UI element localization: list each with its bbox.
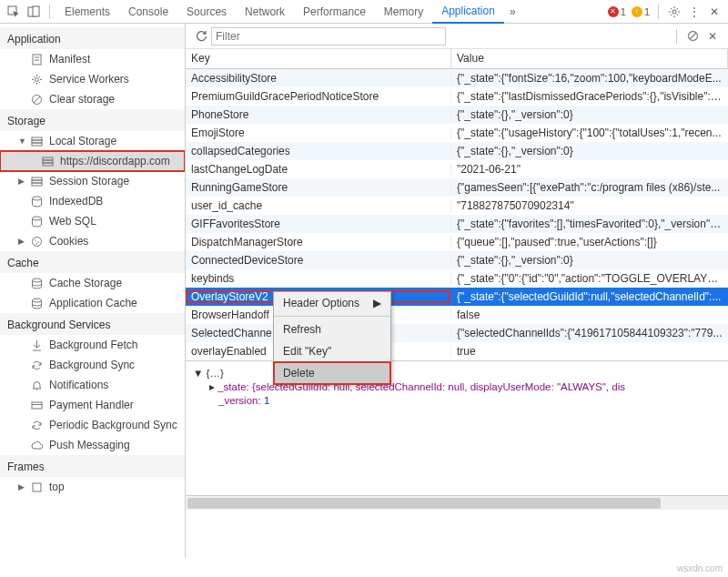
tab-sources[interactable]: Sources <box>177 0 236 24</box>
menu-item-delete[interactable]: Delete <box>274 362 390 384</box>
svg-rect-12 <box>32 143 42 146</box>
svg-point-24 <box>35 243 37 245</box>
tab-network[interactable]: Network <box>236 0 294 24</box>
tab-elements[interactable]: Elements <box>56 0 119 24</box>
sidebar-item-indexeddb[interactable]: IndexedDB <box>0 191 185 211</box>
sidebar-item-cookies[interactable]: ▶Cookies <box>0 231 185 251</box>
expander-icon[interactable]: ▼ <box>18 137 27 146</box>
tab-memory[interactable]: Memory <box>375 0 432 24</box>
cell-value: "2021-06-21" <box>451 163 728 176</box>
col-value[interactable]: Value <box>451 49 728 68</box>
table-row[interactable]: BrowserHandofffalse <box>186 306 728 324</box>
table-row[interactable]: SelectedChanne{"selectedChannelIds":{"41… <box>186 324 728 342</box>
cell-key: lastChangeLogDate <box>186 163 451 176</box>
col-key[interactable]: Key <box>186 49 451 68</box>
sidebar-item-periodic-background-sync[interactable]: Periodic Background Sync <box>0 415 185 435</box>
table-row[interactable]: user_id_cache"718827875070902314" <box>186 197 728 215</box>
menu-item-refresh[interactable]: Refresh <box>274 319 390 340</box>
error-count[interactable]: ✕1 <box>608 6 626 17</box>
table-row[interactable]: keybinds{"_state":{"0":{"id":"0","action… <box>186 269 728 288</box>
table-row[interactable]: overlayEnabledtrue <box>186 342 728 360</box>
sidebar-item-web-sql[interactable]: Web SQL <box>0 211 185 231</box>
detail-root[interactable]: {…} <box>207 368 224 379</box>
svg-point-20 <box>32 217 41 220</box>
table-row[interactable]: DispatchManagerStore{"queue":[],"paused"… <box>186 233 728 251</box>
cloud-icon <box>29 438 44 452</box>
h-scrollbar[interactable] <box>186 495 728 510</box>
db-icon <box>29 214 44 228</box>
table-row[interactable]: RunningGameStore{"gamesSeen":[{"exePath"… <box>186 178 728 197</box>
clear-icon[interactable]: ✕ <box>703 30 723 43</box>
sidebar-item-label: Background Sync <box>49 359 135 371</box>
close-icon[interactable]: ✕ <box>706 4 723 20</box>
sidebar-item-application-cache[interactable]: Application Cache <box>0 293 185 313</box>
menu-item-header-options[interactable]: Header Options▶ <box>274 292 390 314</box>
cell-value: "718827875070902314" <box>451 199 728 212</box>
filter-input[interactable] <box>211 27 446 46</box>
cell-key: keybinds <box>186 272 451 285</box>
cell-key: AccessibilityStore <box>186 72 451 85</box>
sidebar-item-label: Cookies <box>49 235 88 248</box>
tab-application[interactable]: Application <box>432 0 504 24</box>
sidebar-item-payment-handler[interactable]: Payment Handler <box>0 395 185 415</box>
tab-performance[interactable]: Performance <box>294 0 375 24</box>
cell-key: ConnectedDeviceStore <box>186 254 451 267</box>
sidebar-item-local-storage[interactable]: ▼Local Storage <box>0 131 185 151</box>
sidebar-item-https-discordapp-com[interactable]: https://discordapp.com <box>0 151 185 171</box>
cookie-icon <box>29 234 44 248</box>
expander-icon[interactable]: ▶ <box>18 237 27 246</box>
tab-console[interactable]: Console <box>119 0 177 24</box>
sidebar: ApplicationManifestService WorkersClear … <box>0 24 186 557</box>
section-frames: Frames <box>0 455 185 477</box>
expander-icon[interactable]: ▶ <box>18 177 27 186</box>
table-row[interactable]: EmojiStore{"_state":{"usageHistory":{"10… <box>186 124 728 142</box>
warning-count[interactable]: !1 <box>632 6 650 17</box>
sidebar-item-label: Local Storage <box>49 135 116 147</box>
sidebar-item-push-messaging[interactable]: Push Messaging <box>0 435 185 455</box>
sidebar-item-label: Clear storage <box>49 93 115 106</box>
cell-value: {"_state":{"selectedGuildId":null,"selec… <box>451 290 728 303</box>
cache-icon <box>29 276 44 290</box>
expander-icon[interactable]: ▶ <box>18 482 27 491</box>
separator <box>49 5 50 19</box>
sidebar-item-label: Periodic Background Sync <box>49 419 177 431</box>
menu-item-label: Header Options <box>283 297 359 309</box>
table-row[interactable]: collapsedCategories{"_state":{},"_versio… <box>186 142 728 160</box>
block-icon[interactable] <box>682 30 703 42</box>
table-row[interactable]: PremiumGuildGracePeriodNoticeStore{"_sta… <box>186 87 728 106</box>
device-icon[interactable] <box>25 4 42 20</box>
sidebar-item-top[interactable]: ▶top <box>0 477 185 497</box>
section-application: Application <box>0 27 185 49</box>
table-row[interactable]: PhoneStore{"_state":{},"_version":0} <box>186 106 728 124</box>
menu-item-label: Delete <box>283 367 315 380</box>
table-row[interactable]: AccessibilityStore{"_state":{"fontSize":… <box>186 69 728 87</box>
inspect-icon[interactable] <box>5 4 22 20</box>
gear-icon <box>29 72 44 86</box>
sidebar-item-manifest[interactable]: Manifest <box>0 49 185 69</box>
table-row[interactable]: GIFFavoritesStore{"_state":{"favorites":… <box>186 215 728 233</box>
svg-point-22 <box>35 239 36 241</box>
sidebar-item-notifications[interactable]: Notifications <box>0 375 185 395</box>
sidebar-item-cache-storage[interactable]: Cache Storage <box>0 273 185 293</box>
svg-point-23 <box>37 241 39 243</box>
sidebar-item-label: Web SQL <box>49 215 96 228</box>
sidebar-item-service-workers[interactable]: Service Workers <box>0 69 185 89</box>
sidebar-item-background-fetch[interactable]: Background Fetch <box>0 335 185 355</box>
cache-icon <box>29 296 44 310</box>
table-row[interactable]: lastChangeLogDate"2021-06-21" <box>186 160 728 178</box>
sidebar-item-clear-storage[interactable]: Clear storage <box>0 89 185 109</box>
menu-item-edit-key-[interactable]: Edit "Key" <box>274 340 390 362</box>
cell-value: {"_state":{},"_version":0} <box>451 145 728 157</box>
kebab-icon[interactable]: ⋮ <box>686 4 703 20</box>
sidebar-item-session-storage[interactable]: ▶Session Storage <box>0 171 185 191</box>
table-row[interactable]: OverlayStoreV2{"_state":{"selectedGuildI… <box>186 288 728 306</box>
svg-line-33 <box>690 33 696 39</box>
storage-icon <box>29 134 44 148</box>
more-tabs-icon[interactable]: » <box>504 5 521 18</box>
refresh-icon[interactable] <box>191 30 211 42</box>
svg-line-9 <box>34 96 40 103</box>
gear-icon[interactable] <box>666 4 682 20</box>
frame-icon <box>29 480 44 494</box>
table-row[interactable]: ConnectedDeviceStore{"_state":{},"_versi… <box>186 251 728 269</box>
sidebar-item-background-sync[interactable]: Background Sync <box>0 355 185 375</box>
